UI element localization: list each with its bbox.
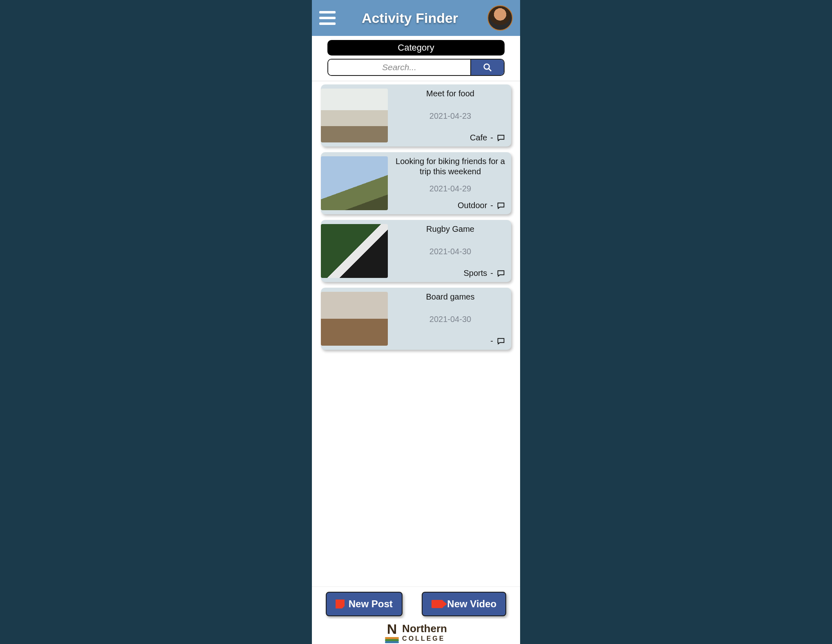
app-frame: Activity Finder Category Meet for food 2…: [312, 0, 520, 644]
category-separator: -: [490, 133, 493, 142]
activity-card[interactable]: Meet for food 2021-04-23 Cafe -: [321, 84, 511, 147]
activity-card[interactable]: Looking for biking friends for a trip th…: [321, 152, 511, 214]
new-post-label: New Post: [349, 598, 393, 610]
footer-brand-line1: Northern: [402, 622, 447, 635]
logo-letter: N: [387, 621, 397, 637]
search-input[interactable]: [328, 60, 470, 75]
category-separator: -: [490, 269, 493, 278]
activity-title: Meet for food: [395, 89, 505, 99]
activity-footer: Cafe -: [395, 133, 505, 142]
comment-icon[interactable]: [496, 202, 505, 210]
new-video-label: New Video: [447, 598, 496, 610]
activity-card[interactable]: Board games 2021-04-30 -: [321, 288, 511, 350]
app-header: Activity Finder: [312, 0, 520, 36]
comment-icon[interactable]: [496, 134, 505, 142]
activity-date: 2021-04-30: [395, 315, 505, 324]
comment-icon[interactable]: [496, 337, 505, 345]
app-title: Activity Finder: [332, 10, 487, 26]
search-button[interactable]: [470, 60, 504, 75]
activity-title: Board games: [395, 292, 505, 302]
category-separator: -: [490, 201, 493, 210]
activity-category: Sports: [464, 269, 487, 278]
filter-bar: Category: [312, 36, 520, 81]
activity-card-body: Rugby Game 2021-04-30 Sports -: [388, 220, 511, 282]
activity-footer: Sports -: [395, 269, 505, 278]
activity-thumbnail: [321, 89, 388, 142]
activity-footer: Outdoor -: [395, 201, 505, 210]
activity-feed[interactable]: Meet for food 2021-04-23 Cafe - Looking …: [312, 81, 520, 586]
activity-date: 2021-04-23: [395, 111, 505, 121]
comment-icon[interactable]: [496, 269, 505, 278]
svg-line-1: [489, 69, 491, 71]
footer-logo: N Northern COLLEGE: [312, 619, 520, 644]
activity-card-body: Meet for food 2021-04-23 Cafe -: [388, 84, 511, 147]
new-post-button[interactable]: New Post: [326, 592, 403, 616]
activity-card-body: Board games 2021-04-30 -: [388, 288, 511, 350]
category-separator: -: [490, 336, 493, 346]
note-icon: [336, 600, 345, 608]
profile-avatar[interactable]: [487, 5, 513, 31]
footer-brand-line2: COLLEGE: [402, 635, 445, 642]
activity-card-body: Looking for biking friends for a trip th…: [388, 152, 511, 214]
activity-category: Cafe: [470, 133, 487, 142]
activity-title: Looking for biking friends for a trip th…: [395, 156, 505, 177]
bottom-action-bar: New Post New Video: [312, 586, 520, 619]
activity-title: Rugby Game: [395, 224, 505, 234]
activity-thumbnail: [321, 156, 388, 210]
new-video-button[interactable]: New Video: [422, 592, 506, 616]
activity-thumbnail: [321, 224, 388, 278]
logo-bars-icon: [385, 637, 399, 643]
video-icon: [432, 600, 443, 608]
svg-point-0: [484, 64, 489, 69]
activity-thumbnail: [321, 292, 388, 346]
activity-category: Outdoor: [458, 201, 487, 210]
search-row: [327, 59, 505, 76]
activity-card[interactable]: Rugby Game 2021-04-30 Sports -: [321, 220, 511, 282]
activity-date: 2021-04-29: [395, 184, 505, 193]
activity-footer: -: [395, 336, 505, 346]
activity-date: 2021-04-30: [395, 247, 505, 256]
category-dropdown[interactable]: Category: [327, 40, 505, 56]
search-icon: [483, 63, 492, 72]
